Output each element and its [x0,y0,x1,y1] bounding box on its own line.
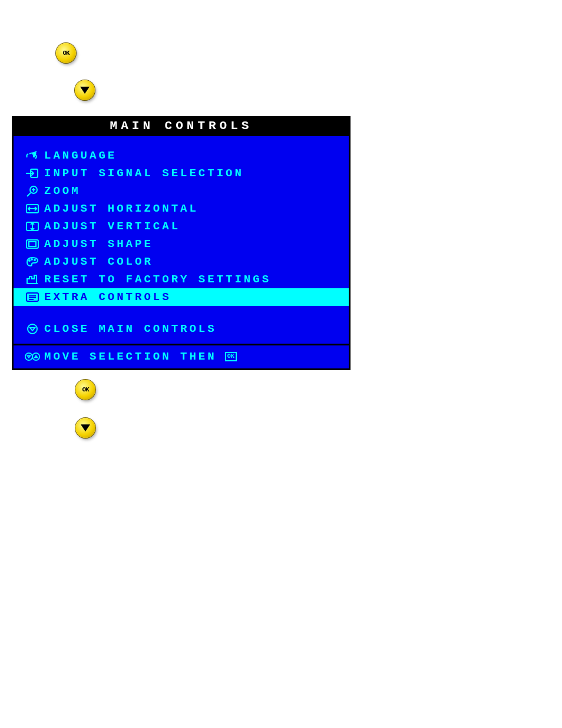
menu-item-label: LANGUAGE [44,149,349,162]
menu-item-label: ADJUST VERTICAL [44,220,349,233]
menu-item-label: RESET TO FACTORY SETTINGS [44,273,349,286]
menu-item-adjust-horizontal[interactable]: ADJUST HORIZONTAL [14,200,349,218]
menu-item-reset-factory[interactable]: RESET TO FACTORY SETTINGS [14,271,349,288]
svg-point-11 [25,353,32,360]
menu-item-adjust-shape[interactable]: ADJUST SHAPE [14,235,349,253]
svg-point-10 [28,324,37,334]
svg-text:?: ? [32,152,38,159]
ok-button[interactable]: OK [56,43,76,63]
close-menu-icon [21,322,44,335]
menu-item-label: ADJUST COLOR [44,255,349,268]
menu-item-zoom[interactable]: ZOOM [14,182,349,200]
ok-icon: OK [225,352,237,361]
menu-item-close[interactable]: CLOSE MAIN CONTROLS [14,320,349,338]
adjust-shape-icon [21,238,44,251]
down-button[interactable] [75,80,95,100]
menu-item-extra-controls[interactable]: EXTRA CONTROLS [14,288,349,306]
svg-point-12 [32,353,39,360]
ok-icon: OK [82,386,88,393]
up-down-nav-icon [21,350,44,363]
zoom-icon [21,185,44,197]
menu-item-label: CLOSE MAIN CONTROLS [44,322,349,335]
osd-menu-body: ? LANGUAGE INPUT SIGNAL SELECTION ZOOM [14,136,349,344]
menu-item-label: EXTRA CONTROLS [44,291,349,304]
input-signal-icon [21,167,44,180]
menu-item-label: INPUT SIGNAL SELECTION [44,167,349,180]
osd-footer: MOVE SELECTION THEN OK [14,344,349,368]
menu-item-input-signal[interactable]: INPUT SIGNAL SELECTION [14,164,349,182]
menu-item-label: ZOOM [44,185,349,197]
ok-button[interactable]: OK [75,380,95,400]
menu-item-language[interactable]: ? LANGUAGE [14,147,349,164]
menu-item-label: ADJUST SHAPE [44,238,349,251]
menu-item-label: ADJUST HORIZONTAL [44,202,349,215]
svg-point-7 [31,259,32,260]
down-button[interactable] [75,418,95,438]
extra-controls-icon [21,291,44,304]
menu-item-adjust-color[interactable]: ADJUST COLOR [14,253,349,271]
language-icon: ? [21,149,44,162]
adjust-color-icon [21,255,44,268]
ok-icon: OK [62,50,69,57]
adjust-vertical-icon [21,220,44,233]
osd-title: MAIN CONTROLS [14,118,349,136]
osd-panel: MAIN CONTROLS ? LANGUAGE INPUT SIGNAL SE… [12,116,351,370]
triangle-down-icon [80,87,90,94]
svg-point-6 [29,260,30,261]
triangle-down-icon [81,424,90,431]
footer-text: MOVE SELECTION THEN [44,350,217,363]
factory-reset-icon [21,273,44,286]
adjust-horizontal-icon [21,202,44,215]
svg-point-8 [34,259,35,261]
menu-item-adjust-vertical[interactable]: ADJUST VERTICAL [14,218,349,235]
